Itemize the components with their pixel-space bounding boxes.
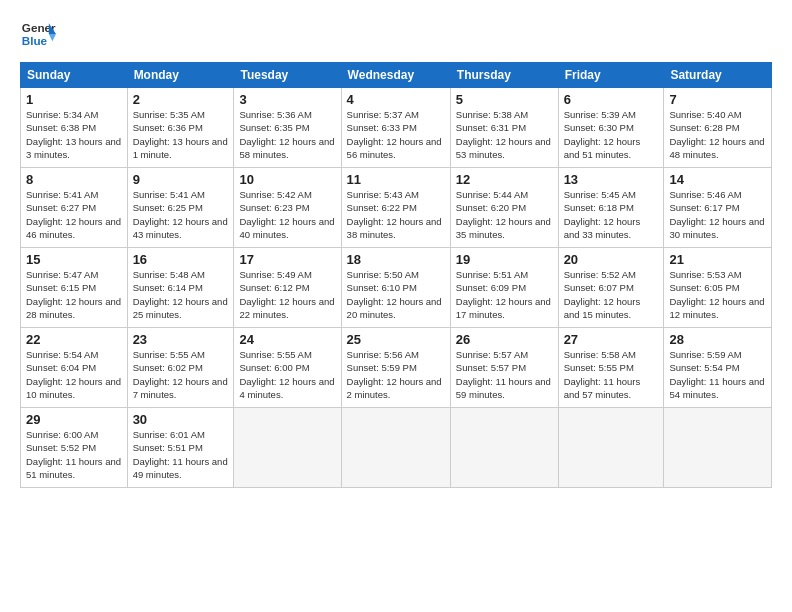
day-cell xyxy=(664,408,772,488)
day-info: Sunrise: 5:53 AM Sunset: 6:05 PM Dayligh… xyxy=(669,268,766,321)
day-info: Sunrise: 5:52 AM Sunset: 6:07 PM Dayligh… xyxy=(564,268,659,321)
day-info: Sunrise: 5:57 AM Sunset: 5:57 PM Dayligh… xyxy=(456,348,553,401)
weekday-sunday: Sunday xyxy=(21,63,128,88)
weekday-tuesday: Tuesday xyxy=(234,63,341,88)
day-number: 6 xyxy=(564,92,659,107)
day-info: Sunrise: 5:59 AM Sunset: 5:54 PM Dayligh… xyxy=(669,348,766,401)
weekday-thursday: Thursday xyxy=(450,63,558,88)
day-info: Sunrise: 5:49 AM Sunset: 6:12 PM Dayligh… xyxy=(239,268,335,321)
day-cell xyxy=(234,408,341,488)
day-cell: 27Sunrise: 5:58 AM Sunset: 5:55 PM Dayli… xyxy=(558,328,664,408)
day-cell xyxy=(450,408,558,488)
day-number: 19 xyxy=(456,252,553,267)
header: General Blue xyxy=(20,16,772,52)
day-cell xyxy=(341,408,450,488)
logo: General Blue xyxy=(20,16,56,52)
day-cell: 5Sunrise: 5:38 AM Sunset: 6:31 PM Daylig… xyxy=(450,88,558,168)
weekday-wednesday: Wednesday xyxy=(341,63,450,88)
day-number: 12 xyxy=(456,172,553,187)
day-number: 1 xyxy=(26,92,122,107)
day-info: Sunrise: 5:47 AM Sunset: 6:15 PM Dayligh… xyxy=(26,268,122,321)
day-number: 10 xyxy=(239,172,335,187)
day-info: Sunrise: 5:39 AM Sunset: 6:30 PM Dayligh… xyxy=(564,108,659,161)
day-info: Sunrise: 5:45 AM Sunset: 6:18 PM Dayligh… xyxy=(564,188,659,241)
day-number: 9 xyxy=(133,172,229,187)
day-number: 26 xyxy=(456,332,553,347)
day-info: Sunrise: 5:48 AM Sunset: 6:14 PM Dayligh… xyxy=(133,268,229,321)
day-number: 22 xyxy=(26,332,122,347)
day-cell: 18Sunrise: 5:50 AM Sunset: 6:10 PM Dayli… xyxy=(341,248,450,328)
day-info: Sunrise: 5:50 AM Sunset: 6:10 PM Dayligh… xyxy=(347,268,445,321)
logo-icon: General Blue xyxy=(20,16,56,52)
day-number: 14 xyxy=(669,172,766,187)
day-info: Sunrise: 5:40 AM Sunset: 6:28 PM Dayligh… xyxy=(669,108,766,161)
day-info: Sunrise: 5:41 AM Sunset: 6:27 PM Dayligh… xyxy=(26,188,122,241)
day-cell: 7Sunrise: 5:40 AM Sunset: 6:28 PM Daylig… xyxy=(664,88,772,168)
day-info: Sunrise: 5:56 AM Sunset: 5:59 PM Dayligh… xyxy=(347,348,445,401)
day-cell: 19Sunrise: 5:51 AM Sunset: 6:09 PM Dayli… xyxy=(450,248,558,328)
day-info: Sunrise: 5:38 AM Sunset: 6:31 PM Dayligh… xyxy=(456,108,553,161)
day-cell: 2Sunrise: 5:35 AM Sunset: 6:36 PM Daylig… xyxy=(127,88,234,168)
page: General Blue SundayMondayTuesdayWednesda… xyxy=(0,0,792,612)
day-cell: 26Sunrise: 5:57 AM Sunset: 5:57 PM Dayli… xyxy=(450,328,558,408)
week-row-1: 1Sunrise: 5:34 AM Sunset: 6:38 PM Daylig… xyxy=(21,88,772,168)
day-cell: 25Sunrise: 5:56 AM Sunset: 5:59 PM Dayli… xyxy=(341,328,450,408)
week-row-5: 29Sunrise: 6:00 AM Sunset: 5:52 PM Dayli… xyxy=(21,408,772,488)
day-info: Sunrise: 5:51 AM Sunset: 6:09 PM Dayligh… xyxy=(456,268,553,321)
day-info: Sunrise: 5:55 AM Sunset: 6:00 PM Dayligh… xyxy=(239,348,335,401)
day-cell: 6Sunrise: 5:39 AM Sunset: 6:30 PM Daylig… xyxy=(558,88,664,168)
week-row-2: 8Sunrise: 5:41 AM Sunset: 6:27 PM Daylig… xyxy=(21,168,772,248)
day-cell: 1Sunrise: 5:34 AM Sunset: 6:38 PM Daylig… xyxy=(21,88,128,168)
day-cell: 13Sunrise: 5:45 AM Sunset: 6:18 PM Dayli… xyxy=(558,168,664,248)
day-cell: 22Sunrise: 5:54 AM Sunset: 6:04 PM Dayli… xyxy=(21,328,128,408)
day-cell: 9Sunrise: 5:41 AM Sunset: 6:25 PM Daylig… xyxy=(127,168,234,248)
day-info: Sunrise: 5:43 AM Sunset: 6:22 PM Dayligh… xyxy=(347,188,445,241)
day-info: Sunrise: 5:41 AM Sunset: 6:25 PM Dayligh… xyxy=(133,188,229,241)
day-info: Sunrise: 5:36 AM Sunset: 6:35 PM Dayligh… xyxy=(239,108,335,161)
day-number: 17 xyxy=(239,252,335,267)
day-number: 11 xyxy=(347,172,445,187)
day-info: Sunrise: 5:37 AM Sunset: 6:33 PM Dayligh… xyxy=(347,108,445,161)
day-cell: 24Sunrise: 5:55 AM Sunset: 6:00 PM Dayli… xyxy=(234,328,341,408)
day-number: 30 xyxy=(133,412,229,427)
week-row-4: 22Sunrise: 5:54 AM Sunset: 6:04 PM Dayli… xyxy=(21,328,772,408)
weekday-saturday: Saturday xyxy=(664,63,772,88)
day-info: Sunrise: 5:55 AM Sunset: 6:02 PM Dayligh… xyxy=(133,348,229,401)
day-cell: 23Sunrise: 5:55 AM Sunset: 6:02 PM Dayli… xyxy=(127,328,234,408)
day-cell: 16Sunrise: 5:48 AM Sunset: 6:14 PM Dayli… xyxy=(127,248,234,328)
day-cell: 29Sunrise: 6:00 AM Sunset: 5:52 PM Dayli… xyxy=(21,408,128,488)
day-cell: 15Sunrise: 5:47 AM Sunset: 6:15 PM Dayli… xyxy=(21,248,128,328)
day-info: Sunrise: 5:35 AM Sunset: 6:36 PM Dayligh… xyxy=(133,108,229,161)
day-cell xyxy=(558,408,664,488)
day-number: 7 xyxy=(669,92,766,107)
day-number: 13 xyxy=(564,172,659,187)
day-cell: 14Sunrise: 5:46 AM Sunset: 6:17 PM Dayli… xyxy=(664,168,772,248)
day-number: 21 xyxy=(669,252,766,267)
day-cell: 30Sunrise: 6:01 AM Sunset: 5:51 PM Dayli… xyxy=(127,408,234,488)
day-info: Sunrise: 5:54 AM Sunset: 6:04 PM Dayligh… xyxy=(26,348,122,401)
day-number: 5 xyxy=(456,92,553,107)
day-number: 25 xyxy=(347,332,445,347)
day-number: 3 xyxy=(239,92,335,107)
day-cell: 11Sunrise: 5:43 AM Sunset: 6:22 PM Dayli… xyxy=(341,168,450,248)
day-number: 24 xyxy=(239,332,335,347)
day-cell: 28Sunrise: 5:59 AM Sunset: 5:54 PM Dayli… xyxy=(664,328,772,408)
weekday-header-row: SundayMondayTuesdayWednesdayThursdayFrid… xyxy=(21,63,772,88)
day-cell: 4Sunrise: 5:37 AM Sunset: 6:33 PM Daylig… xyxy=(341,88,450,168)
day-info: Sunrise: 5:44 AM Sunset: 6:20 PM Dayligh… xyxy=(456,188,553,241)
day-number: 15 xyxy=(26,252,122,267)
calendar: SundayMondayTuesdayWednesdayThursdayFrid… xyxy=(20,62,772,488)
day-cell: 10Sunrise: 5:42 AM Sunset: 6:23 PM Dayli… xyxy=(234,168,341,248)
svg-text:Blue: Blue xyxy=(22,34,48,47)
day-info: Sunrise: 5:42 AM Sunset: 6:23 PM Dayligh… xyxy=(239,188,335,241)
day-number: 2 xyxy=(133,92,229,107)
day-number: 23 xyxy=(133,332,229,347)
day-number: 27 xyxy=(564,332,659,347)
day-info: Sunrise: 6:01 AM Sunset: 5:51 PM Dayligh… xyxy=(133,428,229,481)
weekday-monday: Monday xyxy=(127,63,234,88)
day-cell: 8Sunrise: 5:41 AM Sunset: 6:27 PM Daylig… xyxy=(21,168,128,248)
day-cell: 20Sunrise: 5:52 AM Sunset: 6:07 PM Dayli… xyxy=(558,248,664,328)
day-info: Sunrise: 5:34 AM Sunset: 6:38 PM Dayligh… xyxy=(26,108,122,161)
day-number: 18 xyxy=(347,252,445,267)
day-number: 4 xyxy=(347,92,445,107)
